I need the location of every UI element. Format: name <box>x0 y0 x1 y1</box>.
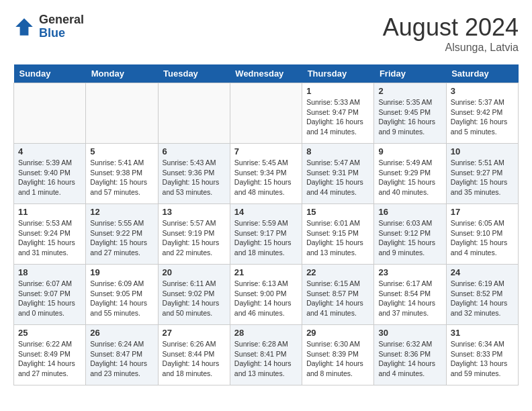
day-number: 16 <box>378 207 441 217</box>
day-info: Sunrise: 6:17 AM Sunset: 8:54 PM Dayligh… <box>378 279 441 318</box>
calendar-cell: 18Sunrise: 6:07 AM Sunset: 9:07 PM Dayli… <box>14 265 86 325</box>
calendar-cell: 6Sunrise: 5:43 AM Sunset: 9:36 PM Daylig… <box>158 144 230 204</box>
day-info: Sunrise: 5:43 AM Sunset: 9:36 PM Dayligh… <box>163 158 226 197</box>
calendar-cell: 12Sunrise: 5:55 AM Sunset: 9:22 PM Dayli… <box>86 204 158 265</box>
day-number: 11 <box>18 207 81 217</box>
day-info: Sunrise: 6:30 AM Sunset: 8:39 PM Dayligh… <box>306 339 369 379</box>
calendar-week-row: 25Sunrise: 6:22 AM Sunset: 8:49 PM Dayli… <box>14 325 519 385</box>
day-number: 25 <box>18 328 81 338</box>
calendar-cell: 27Sunrise: 6:26 AM Sunset: 8:44 PM Dayli… <box>158 325 230 385</box>
day-number: 5 <box>90 146 153 156</box>
day-of-week-header: Friday <box>374 64 446 83</box>
calendar-week-row: 11Sunrise: 5:53 AM Sunset: 9:24 PM Dayli… <box>14 204 519 265</box>
logo-text: General Blue <box>39 13 84 40</box>
calendar-cell: 24Sunrise: 6:19 AM Sunset: 8:52 PM Dayli… <box>446 265 518 325</box>
day-number: 19 <box>90 267 153 277</box>
day-info: Sunrise: 5:41 AM Sunset: 9:38 PM Dayligh… <box>90 158 153 197</box>
day-info: Sunrise: 6:01 AM Sunset: 9:15 PM Dayligh… <box>306 218 369 258</box>
calendar-cell: 17Sunrise: 6:05 AM Sunset: 9:10 PM Dayli… <box>446 204 518 265</box>
calendar-cell: 29Sunrise: 6:30 AM Sunset: 8:39 PM Dayli… <box>302 325 374 385</box>
calendar-cell: 13Sunrise: 5:57 AM Sunset: 9:19 PM Dayli… <box>158 204 230 265</box>
logo-blue-text: Blue <box>39 27 84 40</box>
day-info: Sunrise: 5:51 AM Sunset: 9:27 PM Dayligh… <box>451 158 514 197</box>
day-number: 10 <box>451 146 514 156</box>
day-number: 4 <box>18 146 81 156</box>
day-number: 6 <box>163 146 226 156</box>
calendar-cell: 8Sunrise: 5:47 AM Sunset: 9:31 PM Daylig… <box>302 144 374 204</box>
day-number: 23 <box>378 267 441 277</box>
day-number: 15 <box>306 207 369 217</box>
month-year-title: August 2024 <box>383 13 519 42</box>
day-info: Sunrise: 5:37 AM Sunset: 9:42 PM Dayligh… <box>451 97 514 137</box>
day-info: Sunrise: 6:11 AM Sunset: 9:02 PM Dayligh… <box>163 279 226 318</box>
calendar-cell: 2Sunrise: 5:35 AM Sunset: 9:45 PM Daylig… <box>374 83 446 144</box>
location-subtitle: Alsunga, Latvia <box>383 42 519 54</box>
calendar-cell: 23Sunrise: 6:17 AM Sunset: 8:54 PM Dayli… <box>374 265 446 325</box>
day-info: Sunrise: 6:24 AM Sunset: 8:47 PM Dayligh… <box>90 339 153 379</box>
day-info: Sunrise: 6:03 AM Sunset: 9:12 PM Dayligh… <box>378 218 441 258</box>
day-info: Sunrise: 6:34 AM Sunset: 8:33 PM Dayligh… <box>451 339 514 379</box>
calendar-cell <box>158 83 230 144</box>
day-of-week-header: Monday <box>86 64 158 83</box>
calendar-cell: 30Sunrise: 6:32 AM Sunset: 8:36 PM Dayli… <box>374 325 446 385</box>
title-block: August 2024 Alsunga, Latvia <box>383 13 519 54</box>
svg-marker-0 <box>15 18 33 36</box>
calendar-week-row: 4Sunrise: 5:39 AM Sunset: 9:40 PM Daylig… <box>14 144 519 204</box>
day-number: 17 <box>451 207 514 217</box>
day-of-week-header: Saturday <box>446 64 518 83</box>
day-number: 2 <box>378 86 441 96</box>
day-info: Sunrise: 6:13 AM Sunset: 9:00 PM Dayligh… <box>234 279 298 318</box>
day-of-week-header: Sunday <box>14 64 86 83</box>
day-info: Sunrise: 5:33 AM Sunset: 9:47 PM Dayligh… <box>306 97 369 137</box>
calendar-cell <box>230 83 302 144</box>
day-info: Sunrise: 6:22 AM Sunset: 8:49 PM Dayligh… <box>18 339 81 379</box>
calendar-cell: 14Sunrise: 5:59 AM Sunset: 9:17 PM Dayli… <box>230 204 302 265</box>
day-of-week-header: Thursday <box>302 64 374 83</box>
calendar-cell <box>14 83 86 144</box>
calendar-cell: 20Sunrise: 6:11 AM Sunset: 9:02 PM Dayli… <box>158 265 230 325</box>
calendar-cell <box>86 83 158 144</box>
day-info: Sunrise: 6:28 AM Sunset: 8:41 PM Dayligh… <box>234 339 298 379</box>
day-of-week-header: Tuesday <box>158 64 230 83</box>
calendar-cell: 28Sunrise: 6:28 AM Sunset: 8:41 PM Dayli… <box>230 325 302 385</box>
day-number: 7 <box>234 146 298 156</box>
day-info: Sunrise: 5:57 AM Sunset: 9:19 PM Dayligh… <box>163 218 226 258</box>
day-number: 13 <box>163 207 226 217</box>
day-number: 24 <box>451 267 514 277</box>
day-number: 31 <box>451 328 514 338</box>
day-info: Sunrise: 6:05 AM Sunset: 9:10 PM Dayligh… <box>451 218 514 258</box>
logo-icon <box>13 16 35 38</box>
day-number: 20 <box>163 267 226 277</box>
calendar-table: SundayMondayTuesdayWednesdayThursdayFrid… <box>13 64 519 385</box>
calendar-cell: 31Sunrise: 6:34 AM Sunset: 8:33 PM Dayli… <box>446 325 518 385</box>
calendar-cell: 10Sunrise: 5:51 AM Sunset: 9:27 PM Dayli… <box>446 144 518 204</box>
day-number: 8 <box>306 146 369 156</box>
calendar-cell: 21Sunrise: 6:13 AM Sunset: 9:00 PM Dayli… <box>230 265 302 325</box>
day-info: Sunrise: 5:59 AM Sunset: 9:17 PM Dayligh… <box>234 218 298 258</box>
day-info: Sunrise: 5:45 AM Sunset: 9:34 PM Dayligh… <box>234 158 298 197</box>
day-info: Sunrise: 6:15 AM Sunset: 8:57 PM Dayligh… <box>306 279 369 318</box>
calendar-cell: 15Sunrise: 6:01 AM Sunset: 9:15 PM Dayli… <box>302 204 374 265</box>
page-header: General Blue August 2024 Alsunga, Latvia <box>13 13 519 54</box>
calendar-cell: 25Sunrise: 6:22 AM Sunset: 8:49 PM Dayli… <box>14 325 86 385</box>
calendar-cell: 4Sunrise: 5:39 AM Sunset: 9:40 PM Daylig… <box>14 144 86 204</box>
calendar-cell: 1Sunrise: 5:33 AM Sunset: 9:47 PM Daylig… <box>302 83 374 144</box>
calendar-week-row: 1Sunrise: 5:33 AM Sunset: 9:47 PM Daylig… <box>14 83 519 144</box>
day-number: 14 <box>234 207 298 217</box>
day-number: 9 <box>378 146 441 156</box>
calendar-cell: 11Sunrise: 5:53 AM Sunset: 9:24 PM Dayli… <box>14 204 86 265</box>
day-number: 18 <box>18 267 81 277</box>
day-number: 3 <box>451 86 514 96</box>
day-info: Sunrise: 6:19 AM Sunset: 8:52 PM Dayligh… <box>451 279 514 318</box>
day-number: 27 <box>163 328 226 338</box>
day-info: Sunrise: 6:07 AM Sunset: 9:07 PM Dayligh… <box>18 279 81 318</box>
calendar-cell: 3Sunrise: 5:37 AM Sunset: 9:42 PM Daylig… <box>446 83 518 144</box>
day-info: Sunrise: 6:09 AM Sunset: 9:05 PM Dayligh… <box>90 279 153 318</box>
logo: General Blue <box>13 13 84 40</box>
day-info: Sunrise: 6:26 AM Sunset: 8:44 PM Dayligh… <box>163 339 226 379</box>
day-number: 22 <box>306 267 369 277</box>
day-number: 12 <box>90 207 153 217</box>
day-info: Sunrise: 5:47 AM Sunset: 9:31 PM Dayligh… <box>306 158 369 197</box>
calendar-week-row: 18Sunrise: 6:07 AM Sunset: 9:07 PM Dayli… <box>14 265 519 325</box>
calendar-cell: 5Sunrise: 5:41 AM Sunset: 9:38 PM Daylig… <box>86 144 158 204</box>
